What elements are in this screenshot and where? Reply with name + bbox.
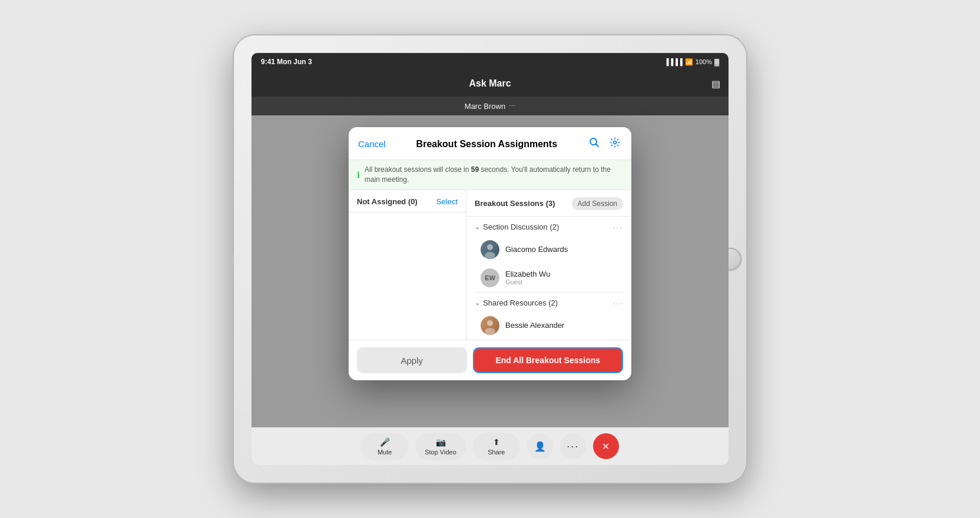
- more-icon: ···: [567, 440, 579, 453]
- battery-text: 100%: [696, 58, 712, 65]
- ipad-device: 9:41 Mon Jun 3 ▐▐▐▐ 📶 100% ▓ Ask Marc ▤ …: [234, 35, 746, 483]
- avatar-elizabeth: EW: [481, 268, 499, 287]
- participants-button[interactable]: 👤: [527, 433, 553, 459]
- battery-icon: ▓: [714, 58, 719, 65]
- share-label: Share: [488, 449, 505, 456]
- section-2-name: Shared Resources (2): [483, 298, 558, 307]
- end-call-icon: ✕: [602, 441, 610, 452]
- section-header-2: ⌄ Shared Resources (2) ···: [466, 293, 631, 311]
- status-icons: ▐▐▐▐ 📶 100% ▓: [664, 58, 719, 66]
- meeting-bar: Marc Brown ⋯: [251, 97, 729, 115]
- modal-panels: Not Assigned (0) Select Breakout Session…: [349, 190, 631, 340]
- svg-point-3: [487, 244, 493, 250]
- share-icon: ⬆: [493, 437, 500, 447]
- section-1-more-icon[interactable]: ···: [612, 223, 623, 232]
- end-all-breakout-sessions-button[interactable]: End All Breakout Sessions: [473, 347, 624, 373]
- participant-bessie-info: Bessie Alexander: [505, 321, 564, 330]
- alert-text: All breakout sessions will close in 59 s…: [365, 165, 623, 185]
- select-button[interactable]: Select: [436, 197, 458, 206]
- section-2-more-icon[interactable]: ···: [612, 298, 623, 308]
- gray-content-area: Cancel Breakout Session Assignments: [251, 115, 729, 427]
- end-call-button[interactable]: ✕: [593, 433, 619, 459]
- mute-button[interactable]: 🎤 Mute: [361, 433, 408, 460]
- avatar-elizabeth-initials: EW: [485, 274, 495, 281]
- cancel-button[interactable]: Cancel: [358, 139, 386, 149]
- participant-giacomo-info: Giacomo Edwards: [505, 245, 568, 254]
- alert-bar: ℹ All breakout sessions will close in 59…: [349, 160, 631, 190]
- participant-giacomo: Giacomo Edwards: [466, 235, 631, 264]
- avatar-giacomo: [481, 240, 499, 259]
- stop-video-button[interactable]: 📷 Stop Video: [415, 433, 466, 460]
- stop-video-label: Stop Video: [425, 449, 456, 456]
- side-button: [231, 255, 234, 263]
- participant-giacomo-name: Giacomo Edwards: [505, 245, 568, 254]
- apply-button[interactable]: Apply: [357, 347, 467, 373]
- breakout-modal: Cancel Breakout Session Assignments: [349, 127, 631, 380]
- section-1-name: Section Discussion (2): [483, 223, 559, 231]
- search-icon: [589, 137, 600, 148]
- not-assigned-panel: Not Assigned (0) Select: [349, 190, 466, 340]
- svg-point-4: [485, 252, 495, 259]
- participant-elizabeth: EW Elizabeth Wu Guest: [466, 264, 631, 292]
- section-header-2-left: ⌄ Shared Resources (2): [475, 298, 558, 307]
- chevron-down-icon: ⌄: [475, 223, 480, 231]
- search-icon-button[interactable]: [588, 136, 601, 152]
- wifi-icon: 📶: [685, 58, 693, 66]
- svg-line-1: [596, 144, 599, 147]
- share-button[interactable]: ⬆ Share: [473, 433, 520, 460]
- info-icon: ℹ: [357, 170, 360, 180]
- add-session-button[interactable]: Add Session: [572, 197, 623, 210]
- not-assigned-title: Not Assigned (0): [357, 197, 418, 206]
- app-title: Ask Marc: [469, 78, 511, 89]
- signal-icon: ▐▐▐▐: [664, 58, 683, 65]
- modal-header-icons: [588, 135, 622, 152]
- participant-elizabeth-role: Guest: [505, 278, 550, 285]
- meeting-dots: ⋯: [509, 102, 515, 110]
- avatar-bessie: [481, 316, 499, 335]
- participant-bessie: Bessie Alexander: [466, 311, 631, 340]
- svg-point-2: [614, 141, 617, 144]
- breakout-sessions-title: Breakout Sessions (3): [475, 199, 555, 208]
- participants-icon: 👤: [534, 441, 546, 452]
- modal-overlay: Cancel Breakout Session Assignments: [251, 115, 729, 427]
- cast-icon: ▤: [711, 79, 720, 89]
- participant-elizabeth-name: Elizabeth Wu: [505, 270, 550, 278]
- video-icon: 📷: [436, 437, 446, 447]
- mute-label: Mute: [378, 449, 392, 456]
- not-assigned-header: Not Assigned (0) Select: [349, 190, 466, 212]
- microphone-icon: 🎤: [380, 437, 390, 447]
- session-list: ⌄ Section Discussion (2) ···: [466, 217, 631, 340]
- modal-title: Breakout Session Assignments: [416, 139, 557, 150]
- status-time: 9:41 Mon Jun 3: [261, 58, 312, 66]
- chevron-down-icon-2: ⌄: [475, 299, 480, 307]
- avatar-giacomo-image: [481, 240, 499, 259]
- breakout-sessions-panel: Breakout Sessions (3) Add Session ⌄ Sect…: [466, 190, 631, 340]
- settings-icon-button[interactable]: [608, 135, 622, 152]
- svg-point-6: [485, 328, 495, 335]
- section-header-1: ⌄ Section Discussion (2) ···: [466, 217, 631, 235]
- participant-bessie-name: Bessie Alexander: [505, 321, 564, 330]
- meeting-toolbar: 🎤 Mute 📷 Stop Video ⬆ Share 👤 ··· ✕: [251, 427, 729, 465]
- more-button[interactable]: ···: [560, 433, 586, 459]
- ipad-screen: 9:41 Mon Jun 3 ▐▐▐▐ 📶 100% ▓ Ask Marc ▤ …: [251, 53, 729, 465]
- meeting-name: Marc Brown: [465, 102, 505, 111]
- app-header: Ask Marc ▤: [251, 71, 729, 97]
- avatar-bessie-image: [481, 316, 499, 335]
- gear-icon: [609, 137, 621, 148]
- app-header-right: ▤: [711, 78, 720, 89]
- section-header-1-left: ⌄ Section Discussion (2): [475, 223, 559, 231]
- modal-footer: Apply End All Breakout Sessions: [349, 340, 631, 380]
- participant-elizabeth-info: Elizabeth Wu Guest: [505, 270, 550, 285]
- svg-point-5: [487, 320, 493, 326]
- status-bar: 9:41 Mon Jun 3 ▐▐▐▐ 📶 100% ▓: [251, 53, 729, 71]
- breakout-sessions-header: Breakout Sessions (3) Add Session: [466, 190, 631, 217]
- modal-header: Cancel Breakout Session Assignments: [349, 127, 631, 160]
